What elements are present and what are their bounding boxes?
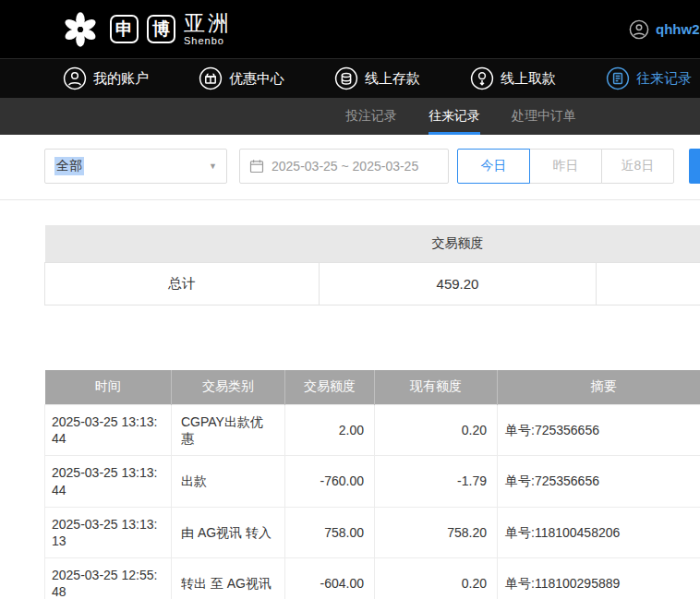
cell-amount: -760.00: [285, 456, 375, 507]
brand-logo[interactable]: 申 博 亚洲 Shenbo: [59, 8, 232, 51]
summary-total-empty: [597, 262, 700, 305]
cell-balance: 0.20: [375, 405, 498, 456]
col-header-amount: 交易额度: [285, 370, 375, 405]
cell-amount: 758.00: [285, 507, 375, 557]
summary-total-label: 总计: [45, 262, 320, 305]
username-label: qhhw2: [656, 21, 700, 37]
today-button[interactable]: 今日: [457, 149, 530, 184]
summary-table: 交易额度 总计 459.20: [44, 225, 700, 305]
nav-label: 我的账户: [93, 70, 149, 88]
tab-betting-records[interactable]: 投注记录: [345, 98, 397, 135]
chevron-down-icon: ▼: [209, 162, 217, 171]
search-button[interactable]: [689, 149, 700, 184]
tab-processing-orders[interactable]: 处理中订单: [512, 98, 576, 135]
records-table: 时间 交易类别 交易额度 现有额度 摘要 2025-03-25 13:13:44…: [44, 370, 700, 599]
type-select-value: 全部: [54, 157, 84, 175]
nav-item-withdraw[interactable]: 线上取款: [470, 66, 556, 90]
last-8-days-button[interactable]: 近8日: [601, 149, 674, 184]
summary-total-value: 459.20: [320, 262, 597, 305]
transaction-records-page: 申 博 亚洲 Shenbo qhhw2 我的账户: [0, 0, 700, 599]
type-select[interactable]: 全部 ▼: [44, 149, 227, 184]
cell-type: 出款: [172, 456, 285, 507]
summary-header-amount: 交易额度: [320, 225, 597, 262]
cell-balance: -1.79: [375, 456, 498, 507]
table-row: 2025-03-25 13:13:13 由 AG视讯 转入 758.00 758…: [45, 507, 700, 557]
table-row: 2025-03-25 12:55:48 转出 至 AG视讯 -604.00 0.…: [45, 558, 700, 599]
top-header: 申 博 亚洲 Shenbo qhhw2: [0, 0, 700, 58]
cell-amount: -604.00: [285, 558, 375, 599]
summary-header-row: 交易额度: [45, 225, 700, 262]
logo-char-shen: 申: [110, 15, 139, 43]
summary-total-row: 总计 459.20: [45, 262, 700, 305]
col-header-type: 交易类别: [172, 370, 285, 405]
logo-char-bo: 博: [147, 15, 175, 43]
date-range-value: 2025-03-25 ~ 2025-03-25: [272, 159, 418, 174]
tab-transaction-records[interactable]: 往来记录: [428, 98, 480, 135]
gift-icon: [199, 66, 223, 90]
col-header-time: 时间: [45, 370, 172, 405]
cell-time: 2025-03-25 13:13:44: [45, 456, 172, 507]
quick-date-group: 今日 昨日 近8日: [457, 149, 674, 184]
cell-time: 2025-03-25 12:55:48: [45, 558, 172, 599]
cell-time: 2025-03-25 13:13:13: [45, 507, 172, 557]
withdraw-icon: [470, 66, 494, 90]
user-avatar-icon: [629, 19, 649, 40]
brand-text: 亚洲 Shenbo: [184, 12, 232, 46]
cell-memo: 单号:725356656: [498, 405, 700, 456]
nav-label: 线上取款: [501, 70, 556, 88]
cell-memo: 单号:118100458206: [498, 507, 700, 557]
divider: [0, 199, 700, 200]
yesterday-button[interactable]: 昨日: [529, 149, 602, 184]
cell-type: 由 AG视讯 转入: [172, 507, 285, 557]
cell-memo: 单号:725356656: [498, 456, 700, 507]
summary-header-empty-2: [597, 225, 700, 262]
nav-label: 优惠中心: [229, 70, 284, 88]
nav-item-promotions[interactable]: 优惠中心: [199, 66, 284, 90]
cell-amount: 2.00: [285, 405, 375, 456]
table-row: 2025-03-25 13:13:44 出款 -760.00 -1.79 单号:…: [45, 456, 700, 507]
cell-memo: 单号:118100295889: [498, 558, 700, 599]
summary-header-empty: [45, 225, 320, 262]
col-header-balance: 现有额度: [375, 370, 498, 405]
sub-nav: 投注记录 往来记录 处理中订单: [0, 98, 700, 135]
main-nav: 我的账户 优惠中心 线上存款 线上取款: [0, 58, 700, 98]
brand-subtitle: Shenbo: [184, 35, 232, 46]
col-header-memo: 摘要: [498, 370, 700, 405]
flower-logo-icon: [59, 8, 102, 51]
nav-item-records[interactable]: 往来记录: [606, 66, 692, 90]
nav-label: 线上存款: [365, 70, 420, 88]
brand-region-label: 亚洲: [184, 12, 232, 34]
nav-item-deposit[interactable]: 线上存款: [334, 66, 420, 90]
nav-item-my-account[interactable]: 我的账户: [63, 66, 149, 90]
user-icon: [63, 66, 87, 90]
cell-type: CGPAY出款优惠: [172, 405, 285, 456]
records-header-row: 时间 交易类别 交易额度 现有额度 摘要: [45, 370, 700, 405]
cell-balance: 0.20: [375, 558, 498, 599]
deposit-icon: [334, 66, 358, 90]
date-range-input[interactable]: 2025-03-25 ~ 2025-03-25: [239, 149, 449, 184]
cell-time: 2025-03-25 13:13:44: [45, 405, 172, 456]
cell-type: 转出 至 AG视讯: [172, 558, 285, 599]
cell-balance: 758.20: [375, 507, 498, 557]
user-account[interactable]: qhhw2: [629, 0, 700, 58]
nav-label: 往来记录: [636, 70, 692, 88]
filter-bar: 全部 ▼ 2025-03-25 ~ 2025-03-25 今日 昨日 近8日: [44, 149, 700, 184]
calendar-icon: [249, 159, 264, 174]
table-row: 2025-03-25 13:13:44 CGPAY出款优惠 2.00 0.20 …: [45, 405, 700, 456]
records-icon: [606, 66, 630, 90]
